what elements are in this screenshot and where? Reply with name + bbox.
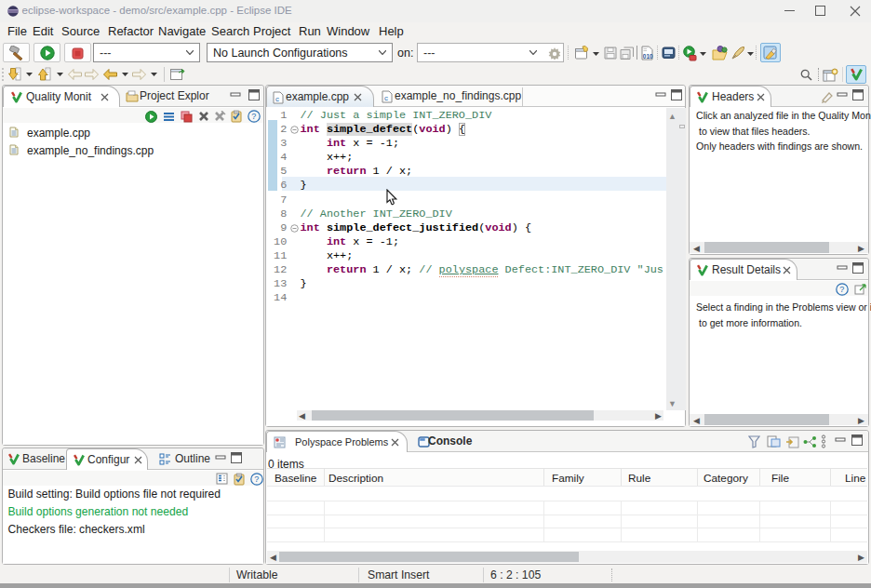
svg-text:c: c <box>275 95 279 103</box>
svg-text:c: c <box>384 94 388 102</box>
svg-text:?: ? <box>254 474 259 484</box>
svg-text:?: ? <box>251 112 256 121</box>
svg-text:?: ? <box>839 285 844 294</box>
svg-text:010: 010 <box>643 53 653 60</box>
